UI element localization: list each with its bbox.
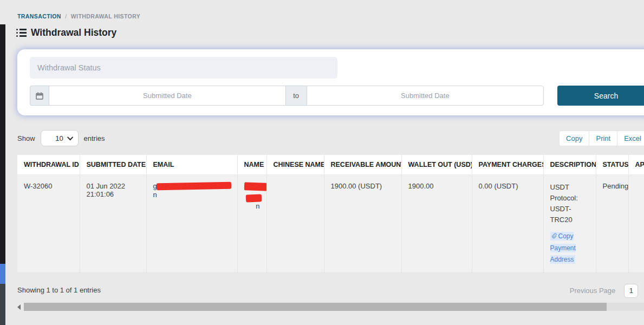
breadcrumb-current: WITHDRAWAL HISTORY: [71, 13, 140, 20]
cell-submitted-date: 01 Jun 2022 21:01:06: [80, 175, 146, 273]
cell-description: USDT Protocol: USDT-TRC20 Copy Payment A…: [543, 175, 596, 273]
page-number-button[interactable]: 1: [624, 284, 638, 298]
breadcrumb: TRANSACTION / WITHDRAWAL HISTORY: [5, 0, 644, 20]
table-viewport: WITHDRAWAL ID SUBMITTED DATE EMAIL NAME …: [17, 155, 644, 273]
cell-email: gn: [146, 175, 237, 273]
col-description[interactable]: DESCRIPTION: [543, 155, 596, 175]
search-button[interactable]: Search: [557, 86, 644, 106]
col-name[interactable]: NAME: [237, 155, 266, 175]
breadcrumb-transaction[interactable]: TRANSACTION: [17, 13, 61, 20]
cell-approved-date: [628, 175, 644, 273]
table-row: W-32060 01 Jun 2022 21:01:06 gn n: [17, 175, 644, 273]
show-label: Show: [17, 134, 35, 142]
page-size-select[interactable]: 10: [41, 130, 79, 146]
name-redaction-bar-1: [244, 182, 266, 191]
cell-withdrawal-id: W-32060: [17, 175, 80, 273]
withdrawal-history-page: TRANSACTION / WITHDRAWAL HISTORY Withdra…: [0, 0, 644, 325]
name-visible-end: n: [256, 202, 259, 210]
col-email[interactable]: EMAIL: [146, 155, 237, 175]
col-chinese-name[interactable]: CHINESE NAME: [266, 155, 324, 175]
col-approved-date[interactable]: APPROVED DATE: [628, 155, 644, 175]
submitted-date-from-input[interactable]: [49, 86, 285, 106]
col-payment-charges[interactable]: PAYMENT CHARGES: [472, 155, 543, 175]
sidebar-edge-dark: [0, 24, 5, 264]
submitted-date-to-input[interactable]: [307, 86, 544, 106]
col-withdrawal-id[interactable]: WITHDRAWAL ID: [17, 155, 80, 175]
withdrawal-table: WITHDRAWAL ID SUBMITTED DATE EMAIL NAME …: [17, 155, 644, 273]
page-title-row: Withdrawal History: [5, 20, 644, 38]
scrollbar-thumb[interactable]: [24, 303, 607, 311]
previous-page-button[interactable]: Previous Page: [570, 287, 616, 295]
sidebar-active-item-edge[interactable]: [0, 264, 5, 284]
main-content: TRANSACTION / WITHDRAWAL HISTORY Withdra…: [5, 0, 644, 325]
page-size-group: Show 10 entries: [17, 130, 105, 146]
table-toolbar: Show 10 entries Copy Print Excel: [17, 130, 644, 146]
entries-label: entries: [84, 134, 105, 142]
email-redaction-bar: [157, 182, 231, 190]
submitted-date-line2: 21:01:06: [87, 190, 140, 198]
cell-receivable-amount: 1900.00 (USDT): [324, 175, 401, 273]
cell-status: Pending: [596, 175, 628, 273]
entries-summary: Showing 1 to 1 of 1 entries: [17, 284, 644, 294]
paperclip-icon: [551, 231, 557, 243]
print-button[interactable]: Print: [589, 131, 617, 146]
list-icon: [16, 29, 27, 37]
table-footer: Showing 1 to 1 of 1 entries Previous Pag…: [17, 284, 644, 298]
pagination: Previous Page 1 Next Page: [570, 284, 644, 298]
copy-payment-address-link[interactable]: Copy Payment Address: [550, 232, 576, 264]
withdrawal-status-select[interactable]: [30, 57, 337, 79]
sidebar-edge: [0, 0, 5, 325]
excel-button[interactable]: Excel: [617, 131, 644, 146]
export-button-group: Copy Print Excel: [559, 131, 644, 146]
name-redaction-bar-2: [245, 194, 261, 202]
scroll-left-arrow[interactable]: [17, 304, 21, 310]
cell-name: n: [237, 175, 266, 273]
date-range-to-label: to: [286, 86, 307, 106]
col-submitted-date[interactable]: SUBMITTED DATE: [80, 155, 146, 175]
submitted-date-line1: 01 Jun 2022: [87, 182, 140, 190]
sidebar-edge-footer: [0, 284, 5, 325]
calendar-icon: [35, 92, 44, 100]
email-visible-end: n: [153, 191, 157, 199]
date-range-row: to Search: [30, 86, 644, 106]
copy-button[interactable]: Copy: [559, 131, 589, 146]
cell-payment-charges: 0.00 (USDT): [472, 175, 543, 273]
calendar-button[interactable]: [30, 86, 49, 106]
col-status[interactable]: STATUS: [596, 155, 628, 175]
table-header-row: WITHDRAWAL ID SUBMITTED DATE EMAIL NAME …: [17, 155, 644, 175]
scrollbar-track[interactable]: [24, 303, 644, 311]
horizontal-scrollbar: [17, 303, 644, 311]
breadcrumb-separator: /: [63, 13, 69, 20]
description-text: USDT Protocol: USDT-TRC20: [550, 182, 589, 226]
filter-panel: to Search: [17, 49, 644, 115]
page-title: Withdrawal History: [31, 27, 116, 38]
cell-wallet-out: 1900.00: [401, 175, 472, 273]
col-wallet-out[interactable]: WALLET OUT (USD): [401, 155, 472, 175]
cell-chinese-name: [266, 175, 324, 273]
col-receivable-amount[interactable]: RECEIVABLE AMOUNT: [324, 155, 401, 175]
